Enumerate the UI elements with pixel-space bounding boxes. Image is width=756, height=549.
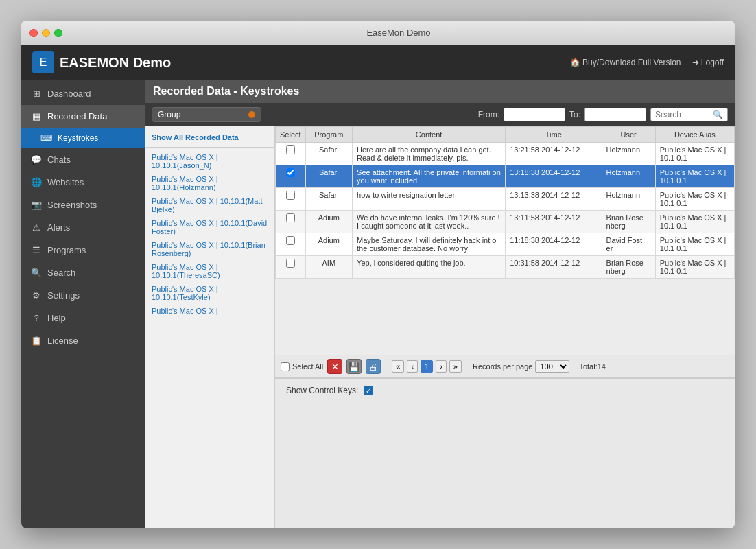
sidebar-item-help[interactable]: ? Help <box>21 307 145 329</box>
row-user-2: Holzmann <box>602 188 655 211</box>
device-link-1[interactable]: Public's Mac OS X | 10.10.1(Holzmann) <box>145 172 274 194</box>
col-header-select: Select <box>276 127 306 143</box>
from-input[interactable] <box>504 108 565 121</box>
sidebar-sub-item-keystrokes[interactable]: ⌨ Keystrokes <box>21 128 145 148</box>
search-box: 🔍 <box>650 108 728 121</box>
recorded-data-icon: ▦ <box>31 111 42 121</box>
sidebar: ⊞ Dashboard ▦ Recorded Data ⌨ Keystrokes… <box>21 80 145 528</box>
row-time-5: 10:31:58 2014-12-12 <box>506 256 602 279</box>
row-checkbox-5[interactable] <box>286 259 295 268</box>
select-all-label[interactable]: Select All <box>281 362 323 371</box>
minimize-button[interactable] <box>42 29 50 37</box>
sidebar-item-screenshots[interactable]: 📷 Screenshots <box>21 194 145 216</box>
records-per-page: Records per page 100 50 25 <box>473 360 569 373</box>
device-link-0[interactable]: Public's Mac OS X | 10.10.1(Jason_N) <box>145 150 274 172</box>
app-header: E EASEMON Demo 🏠 Buy/Download Full Versi… <box>21 45 735 80</box>
select-all-checkbox[interactable] <box>281 362 290 371</box>
to-input[interactable] <box>584 108 646 121</box>
logoff-link[interactable]: ➜ Logoff <box>692 58 724 67</box>
device-link-5[interactable]: Public's Mac OS X | 10.10.1(TheresaSC) <box>145 260 274 282</box>
col-header-device[interactable]: Device Alias <box>655 127 734 143</box>
row-user-0: Holzmann <box>602 143 655 165</box>
group-select-label: Group <box>158 110 180 119</box>
filter-from-to: From: To: 🔍 <box>478 108 728 121</box>
device-link-2[interactable]: Public's Mac OS X | 10.10.1(Matt Bjelke) <box>145 194 274 216</box>
col-header-user[interactable]: User <box>602 127 655 143</box>
row-checkbox-2[interactable] <box>286 191 295 200</box>
search-magnifier-icon: 🔍 <box>713 110 723 119</box>
sidebar-item-search-label: Search <box>47 268 75 278</box>
group-select[interactable]: Group <box>152 107 261 122</box>
license-icon: 📋 <box>31 336 42 346</box>
app-window: EaseMon Demo E EASEMON Demo 🏠 Buy/Downlo… <box>21 21 735 528</box>
bottom-panel: Show Control Keys: ✓ <box>275 377 735 528</box>
table-row[interactable]: Safari See attachment. All the private i… <box>276 165 735 188</box>
sidebar-item-recorded-data-label: Recorded Data <box>47 111 107 121</box>
alerts-icon: ⚠ <box>31 222 42 233</box>
print-button[interactable]: 🖨 <box>366 359 381 374</box>
row-device-4: Public's Mac OS X | 10.1 0.1 <box>655 233 734 256</box>
table-row[interactable]: Safari how to wirte resignation letter 1… <box>276 188 735 211</box>
control-keys-row: Show Control Keys: ✓ <box>286 386 724 395</box>
device-link-3[interactable]: Public's Mac OS X | 10.10.1(David Foster… <box>145 216 274 238</box>
row-user-1: Holzmann <box>602 165 655 188</box>
left-panel: Show All Recorded Data Public's Mac OS X… <box>145 126 275 528</box>
sidebar-item-search[interactable]: 🔍 Search <box>21 261 145 284</box>
page-prev-button[interactable]: ‹ <box>407 360 418 373</box>
row-program-0: Safari <box>305 143 352 165</box>
row-checkbox-0[interactable] <box>286 145 295 154</box>
table-row[interactable]: Adium We do have internal leaks. I'm 120… <box>276 211 735 233</box>
col-header-content[interactable]: Content <box>353 127 506 143</box>
row-checkbox-3[interactable] <box>286 213 295 222</box>
row-program-3: Adium <box>305 211 352 233</box>
page-current-button[interactable]: 1 <box>421 360 433 373</box>
row-time-0: 13:21:58 2014-12-12 <box>506 143 602 165</box>
col-header-program[interactable]: Program <box>305 127 352 143</box>
row-time-4: 11:18:38 2014-12-12 <box>506 233 602 256</box>
sidebar-item-recorded-data[interactable]: ▦ Recorded Data <box>21 105 145 128</box>
sidebar-item-websites[interactable]: 🌐 Websites <box>21 171 145 194</box>
buy-link[interactable]: 🏠 Buy/Download Full Version <box>570 58 681 67</box>
sidebar-item-license[interactable]: 📋 License <box>21 329 145 352</box>
row-device-2: Public's Mac OS X | 10.1 0.1 <box>655 188 734 211</box>
search-input[interactable] <box>655 110 710 119</box>
close-button[interactable] <box>29 29 38 37</box>
maximize-button[interactable] <box>54 29 62 37</box>
row-checkbox-4[interactable] <box>286 236 295 245</box>
sidebar-item-chats[interactable]: 💬 Chats <box>21 148 145 171</box>
row-checkbox-1[interactable] <box>286 168 295 177</box>
sidebar-item-programs[interactable]: ☰ Programs <box>21 239 145 261</box>
page-next-button[interactable]: › <box>436 360 447 373</box>
sidebar-item-dashboard[interactable]: ⊞ Dashboard <box>21 82 145 105</box>
row-content-0: Here are all the company data I can get.… <box>353 143 506 165</box>
settings-icon: ⚙ <box>31 290 42 301</box>
table-row[interactable]: Adium Maybe Saturday. I will definitely … <box>276 233 735 256</box>
dashboard-icon: ⊞ <box>31 89 42 99</box>
row-device-3: Public's Mac OS X | 10.1 0.1 <box>655 211 734 233</box>
control-keys-checkbox[interactable]: ✓ <box>364 386 373 395</box>
row-select-cell <box>276 165 306 188</box>
page-first-button[interactable]: « <box>392 360 404 373</box>
page-last-button[interactable]: » <box>449 360 462 373</box>
save-icon: 💾 <box>349 362 359 372</box>
sidebar-item-programs-label: Programs <box>47 245 86 255</box>
sidebar-item-chats-label: Chats <box>47 154 71 165</box>
device-link-6[interactable]: Public's Mac OS X | 10.10.1(TestKyle) <box>145 282 274 304</box>
delete-button[interactable]: ✕ <box>327 359 342 374</box>
search-icon: 🔍 <box>31 268 42 278</box>
col-header-time[interactable]: Time <box>506 127 602 143</box>
delete-icon: ✕ <box>331 362 339 372</box>
device-link-7[interactable]: Public's Mac OS X | <box>145 304 274 318</box>
left-panel-divider <box>145 147 274 148</box>
filter-bar: Group From: To: 🔍 <box>145 103 735 126</box>
device-link-4[interactable]: Public's Mac OS X | 10.10.1(Brian Rosenb… <box>145 238 274 260</box>
table-row[interactable]: Safari Here are all the company data I c… <box>276 143 735 165</box>
sidebar-item-alerts[interactable]: ⚠ Alerts <box>21 216 145 239</box>
records-per-page-select[interactable]: 100 50 25 <box>535 360 569 373</box>
sidebar-item-settings[interactable]: ⚙ Settings <box>21 284 145 307</box>
table-toolbar: Select All ✕ 💾 🖨 « ‹ <box>275 355 735 377</box>
table-row[interactable]: AIM Yep, i considered quiting the job. 1… <box>276 256 735 279</box>
show-all-link[interactable]: Show All Recorded Data <box>145 130 274 144</box>
content-header: Recorded Data - Keystrokes <box>145 80 735 103</box>
save-button[interactable]: 💾 <box>346 359 362 374</box>
